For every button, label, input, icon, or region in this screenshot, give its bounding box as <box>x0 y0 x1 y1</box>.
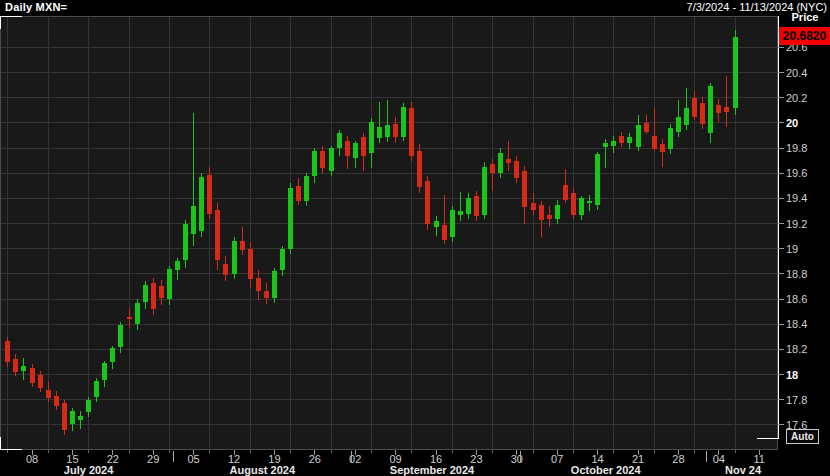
candle-body-down <box>539 205 544 220</box>
candle-body-down <box>151 283 156 309</box>
y-tick-label: 18.8 <box>786 268 807 280</box>
candle-body-up <box>110 348 115 362</box>
y-tick-label: 17.8 <box>786 394 807 406</box>
candle-body-up <box>595 154 600 204</box>
candle-body-down <box>5 341 10 362</box>
candle-body-down <box>46 390 51 399</box>
candle-body-down <box>409 108 414 156</box>
candle-body-up <box>708 86 713 133</box>
candle-body-up <box>733 37 738 107</box>
candle-body-down <box>531 203 536 209</box>
month-label: August 2024 <box>230 464 296 476</box>
candle-body-down <box>571 193 576 214</box>
candle-body-up <box>498 153 503 173</box>
candle-body-up <box>94 381 99 397</box>
last-price-badge: 20.6820 <box>779 27 830 45</box>
candle-body-up <box>603 143 608 147</box>
auto-scale-button[interactable]: Auto <box>786 429 819 444</box>
x-tick-label: 05 <box>188 453 200 465</box>
month-label: October 2024 <box>571 464 642 476</box>
y-tick-label: 20.4 <box>786 67 807 79</box>
candlestick-plot: 17.617.81818.218.418.618.81919.219.419.6… <box>0 0 830 476</box>
candle-body-up <box>21 366 26 371</box>
x-tick-label: 08 <box>26 453 38 465</box>
x-tick-label: 26 <box>309 453 321 465</box>
candle-body-down <box>393 124 398 137</box>
candle-body-up <box>636 125 641 146</box>
candle-body-down <box>547 215 552 219</box>
x-tick-label: 28 <box>672 453 684 465</box>
candle-body-down <box>240 241 245 250</box>
candle-body-up <box>466 198 471 213</box>
candle-body-up <box>337 133 342 148</box>
candle-body-up <box>684 108 689 126</box>
candle-body-up <box>118 325 123 346</box>
candle-body-down <box>296 186 301 201</box>
y-tick-label: 19 <box>786 243 798 255</box>
candle-body-down <box>660 144 665 152</box>
candle-body-down <box>506 159 511 163</box>
candle-body-up <box>353 143 358 158</box>
candle-body-down <box>619 136 624 144</box>
candle-body-up <box>369 122 374 153</box>
candle-body-down <box>361 137 366 156</box>
candle-body-down <box>345 141 350 156</box>
y-tick-label: 19.6 <box>786 167 807 179</box>
plot-background <box>0 16 778 450</box>
candle-body-up <box>183 224 188 260</box>
candle-body-up <box>579 198 584 214</box>
candle-body-up <box>70 411 75 424</box>
candle-body-up <box>385 125 390 136</box>
candle-body-down <box>700 103 705 124</box>
candle-body-down <box>264 291 269 297</box>
candle-body-up <box>482 167 487 215</box>
x-tick-label: 29 <box>147 453 159 465</box>
candle-body-down <box>652 136 657 150</box>
candle-body-down <box>38 375 43 389</box>
candle-body-down <box>716 105 721 113</box>
y-tick-label: 18.6 <box>786 293 807 305</box>
candle-body-up <box>329 148 334 171</box>
y-tick-label: 19.4 <box>786 192 807 204</box>
y-tick-label: 18.4 <box>786 318 807 330</box>
candle-body-up <box>135 303 140 324</box>
chart-window: Daily MXN= 7/3/2024 - 11/13/2024 (NYC) 1… <box>0 0 830 476</box>
candle-body-up <box>199 177 204 231</box>
candle-body-down <box>442 225 447 240</box>
candle-body-down <box>425 181 430 224</box>
candle-body-up <box>288 188 293 248</box>
candle-body-down <box>13 359 18 372</box>
candle-body-up <box>627 137 632 143</box>
candle-body-up <box>611 141 616 146</box>
candle-body-down <box>644 123 649 132</box>
candle-body-up <box>312 151 317 176</box>
candle-body-down <box>223 264 228 275</box>
x-tick-label: 04 <box>713 453 725 465</box>
candle-body-up <box>78 416 83 420</box>
y-tick-label: 19.2 <box>786 218 807 230</box>
candle-body-up <box>232 241 237 274</box>
candle-body-down <box>692 98 697 117</box>
candle-body-down <box>159 286 164 297</box>
y-tick-label: 18.2 <box>786 343 807 355</box>
y-tick-label: 18 <box>786 369 798 381</box>
candle-body-down <box>724 107 729 112</box>
candle-body-up <box>86 400 91 413</box>
candle-body-up <box>272 271 277 297</box>
candle-body-up <box>434 221 439 227</box>
candle-body-down <box>127 317 132 320</box>
month-label: Nov 24 <box>725 464 762 476</box>
candle-body-down <box>474 196 479 216</box>
candle-body-up <box>401 107 406 137</box>
candle-body-up <box>450 210 455 238</box>
candle-body-down <box>563 185 568 200</box>
candle-body-up <box>377 127 382 138</box>
candle-body-down <box>320 151 325 169</box>
month-label: September 2024 <box>390 464 475 476</box>
candle-body-up <box>555 205 560 219</box>
candle-body-up <box>587 201 592 204</box>
candle-body-down <box>256 278 261 292</box>
candle-body-up <box>167 269 172 299</box>
candle-body-down <box>490 164 495 173</box>
candle-body-up <box>191 206 196 234</box>
